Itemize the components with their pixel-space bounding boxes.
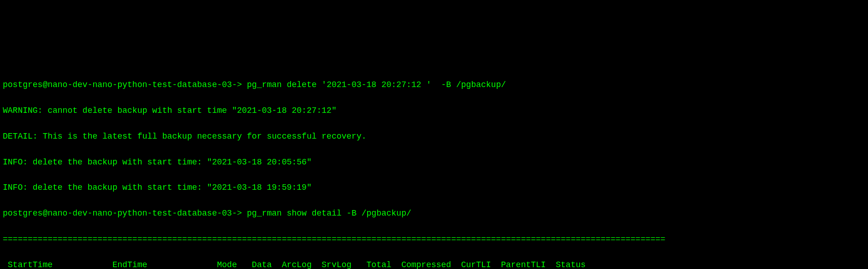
prompt-line-2[interactable]: postgres@nano-dev-nano-python-test-datab…	[3, 207, 865, 220]
shell-prompt: postgres@nano-dev-nano-python-test-datab…	[3, 80, 242, 89]
terminal-output: postgres@nano-dev-nano-python-test-datab…	[0, 64, 868, 269]
command-text: pg_rman delete '2021-03-18 20:27:12 ' -B…	[247, 80, 506, 89]
output-info: INFO: delete the backup with start time:…	[3, 156, 865, 169]
prompt-line-1[interactable]: postgres@nano-dev-nano-python-test-datab…	[3, 79, 865, 92]
output-info: INFO: delete the backup with start time:…	[3, 181, 865, 194]
table-header-row: StartTime EndTime Mode Data ArcLog SrvLo…	[3, 259, 865, 269]
shell-prompt: postgres@nano-dev-nano-python-test-datab…	[3, 209, 242, 218]
table-rule: ========================================…	[3, 233, 865, 246]
command-text: pg_rman show detail -B /pgbackup/	[247, 209, 411, 218]
output-detail: DETAIL: This is the latest full backup n…	[3, 130, 865, 143]
output-warning: WARNING: cannot delete backup with start…	[3, 105, 865, 117]
